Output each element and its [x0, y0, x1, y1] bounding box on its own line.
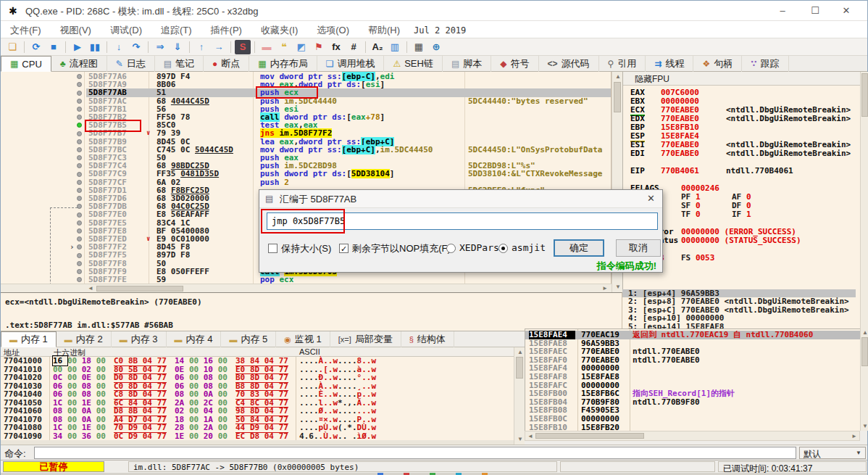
menu-item-收藏夹I[interactable]: 收藏夹(I) [251, 21, 307, 38]
menu-item-帮助H[interactable]: 帮助(H) [359, 21, 409, 38]
tab-source[interactable]: <>源代码 [539, 56, 599, 72]
flag-TF[interactable]: TF 0 [681, 210, 701, 219]
cancel-button[interactable]: 取消 [616, 239, 661, 257]
asmjit-radio[interactable] [498, 244, 508, 253]
menu-item-选项O[interactable]: 选项(O) [307, 21, 359, 38]
tab-references[interactable]: ⚲引用 [599, 56, 646, 72]
scroll-thumb[interactable] [861, 73, 868, 117]
register-row[interactable]: EIP770B4061ntdll.770B4061 [623, 167, 860, 175]
row-dot[interactable] [77, 91, 82, 96]
disasm-row[interactable]: 5D8F77C9FF35 0481D35Dpush dword ptr ds:[… [1, 170, 612, 178]
registers-scrollbar[interactable] [860, 72, 868, 331]
row-dot[interactable] [77, 82, 82, 87]
tab-dump-4[interactable]: ▬内存 4 [167, 331, 222, 347]
row-dot[interactable] [77, 155, 82, 160]
keep-size-checkbox[interactable] [268, 244, 277, 253]
register-row[interactable]: EDX770EABE0<ntdll.DbgUiRemoteBreakin> [623, 115, 860, 123]
stack-row[interactable]: 15E8FB04770B9F80ntdll.770B9F80 [525, 398, 860, 407]
tab-notes[interactable]: ▤笔记 [155, 56, 204, 72]
skip-icon[interactable]: S [235, 40, 251, 54]
hide-fpu-button[interactable]: 隐藏FPU [623, 72, 860, 86]
scroll-thumb[interactable] [535, 433, 644, 439]
nop-fill-checkbox[interactable]: ✓ [339, 244, 349, 253]
scroll-thumb[interactable] [516, 357, 523, 379]
row-dot[interactable] [77, 115, 82, 120]
stack-row[interactable]: 15E8FAEC770EABE0ntdll.770EABE0 [525, 347, 860, 356]
animate-over-icon[interactable]: ⇓ [170, 40, 185, 54]
dump-scrollbar[interactable]: ▲ ▼ [514, 347, 525, 445]
tab-threads[interactable]: ⇉线程 [646, 56, 693, 72]
stack-row[interactable]: 15E8FAE896A59BB3 [525, 339, 860, 348]
disasm-row[interactable]: 5D8F77FE59pop ecx [1, 276, 612, 284]
animate-into-icon[interactable]: ⇒ [152, 40, 168, 54]
website-icon[interactable]: ⊕ [428, 40, 444, 54]
breakpoint-dot[interactable] [77, 123, 82, 128]
row-dot[interactable] [77, 196, 82, 201]
row-dot[interactable] [77, 228, 82, 234]
xedparse-radio[interactable] [446, 244, 456, 253]
row-dot[interactable] [77, 188, 82, 193]
restart-icon[interactable]: ⟳ [28, 40, 44, 54]
pause-icon[interactable]: ▮▮ [87, 40, 103, 54]
tab-symbols[interactable]: ◆符号 [491, 56, 538, 72]
maximize-button[interactable]: ☐ [803, 2, 827, 20]
register-value[interactable]: 770EABE0 [661, 149, 699, 158]
comment-icon[interactable]: ❝ [276, 40, 292, 54]
stack-pane[interactable]: 15E8FAE4770EAC19返回到 ntdll.770EAC19 自 ntd… [525, 329, 860, 431]
row-dot[interactable] [77, 277, 82, 282]
scroll-up-icon[interactable]: ▲ [615, 73, 621, 81]
bookmark-icon[interactable]: ⚑ [311, 40, 327, 54]
register-value[interactable]: 00000000 (STATUS_SUCCESS) [681, 236, 801, 245]
stack-row[interactable]: 15E8FAF400000000 [525, 364, 860, 373]
chevron-down-icon[interactable]: ▼ [856, 450, 861, 456]
execute-till-return-icon[interactable]: ↑ [193, 40, 209, 54]
dump-row[interactable]: 7704109034 00 36 000C D9 04 771E 00 20 0… [1, 432, 514, 441]
row-dot[interactable] [77, 204, 82, 209]
row-dot[interactable] [77, 107, 82, 112]
scroll-down-icon[interactable]: ▼ [517, 435, 523, 444]
stop-icon[interactable]: ■ [46, 40, 62, 54]
menu-item-调试D[interactable]: 调试(D) [101, 21, 151, 38]
row-dot[interactable] [77, 131, 82, 136]
register-row[interactable]: EBP15E8FB10 [623, 123, 860, 132]
menu-item-视图V[interactable]: 视图(V) [51, 21, 101, 38]
stack-row[interactable]: 15E8FB1015E8FB20 [525, 424, 860, 431]
minimize-button[interactable]: – [770, 2, 795, 20]
step-over-icon[interactable]: ↷ [128, 40, 144, 54]
stack-vertical-scrollbar[interactable]: ▲ ▼ [860, 329, 868, 431]
patch-icon[interactable]: ▬ [259, 40, 275, 54]
tab-dump-1[interactable]: ▬内存 1 [1, 331, 57, 347]
row-dot[interactable] [77, 220, 82, 226]
hash-icon[interactable]: # [346, 40, 362, 54]
tab-dump-5[interactable]: ▬内存 5 [221, 331, 276, 347]
row-dot[interactable] [77, 147, 82, 152]
tab-breakpoints[interactable]: ●断点 [204, 56, 249, 72]
stack-row[interactable]: 15E8FB08F45905E3 [525, 406, 860, 415]
menu-item-追踪T[interactable]: 追踪(T) [151, 21, 201, 38]
row-dot[interactable] [77, 269, 82, 274]
argument-row[interactable]: 4: [esp+10] 00000000 [622, 314, 856, 322]
dialog-close-icon[interactable]: ✕ [647, 193, 655, 204]
tab-script[interactable]: ▤脚本 [443, 56, 491, 72]
tab-struct[interactable]: §结构体 [401, 331, 454, 347]
tab-cpu[interactable]: ▦CPU [1, 56, 51, 72]
scroll-thumb[interactable] [96, 286, 183, 292]
scroll-right-icon[interactable]: ► [851, 432, 857, 441]
scroll-down-icon[interactable]: ▼ [862, 422, 868, 431]
argument-row[interactable]: 2: [esp+8] 770EABE0 <ntdll.DbgUiRemoteBr… [622, 297, 856, 305]
menu-item-文件F[interactable]: 文件(F) [1, 21, 51, 38]
register-row[interactable]: EAX007C6000 [623, 88, 860, 97]
step-into-icon[interactable]: ↓ [111, 40, 127, 54]
command-input[interactable] [34, 447, 796, 459]
open-file-icon[interactable]: ❏ [4, 40, 20, 54]
calculator-icon[interactable]: ▦ [411, 40, 427, 54]
ok-button[interactable]: 确定 [554, 239, 604, 257]
tab-call-stack[interactable]: ❏调用堆栈 [317, 56, 385, 72]
row-dot[interactable] [77, 180, 82, 185]
argument-row[interactable]: 1: [esp+4] 96A59BB3 [622, 289, 856, 297]
row-dot[interactable] [77, 236, 82, 241]
row-dot[interactable] [77, 212, 82, 218]
run-icon[interactable]: ▶ [70, 40, 85, 54]
dialog-title-bar[interactable]: ▤ 汇编于 5D8F77AB ✕ [259, 190, 662, 208]
row-dot[interactable] [77, 139, 82, 144]
